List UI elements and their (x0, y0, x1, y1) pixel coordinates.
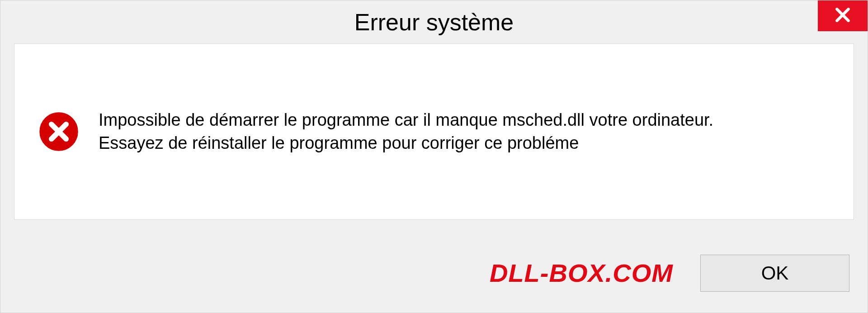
titlebar: Erreur système (0, 0, 868, 43)
ok-button[interactable]: OK (700, 255, 849, 292)
content-area: Impossible de démarrer le programme car … (14, 43, 854, 220)
watermark-text: DLL-BOX.COM (490, 258, 673, 288)
error-dialog: Erreur système Impossible de démarrer le… (0, 0, 868, 313)
error-message: Impossible de démarrer le programme car … (99, 109, 777, 155)
close-icon (834, 6, 851, 25)
dialog-footer: DLL-BOX.COM OK (0, 233, 868, 313)
dialog-title: Erreur système (354, 9, 514, 36)
error-icon (37, 110, 80, 153)
close-button[interactable] (818, 0, 868, 31)
